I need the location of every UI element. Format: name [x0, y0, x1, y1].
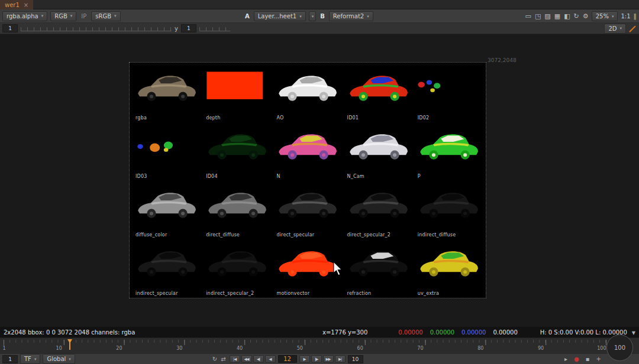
timeline-ruler	[4, 340, 635, 345]
timeline-tick-label: 50	[297, 346, 303, 351]
playback-viewer-icon[interactable]: ▸	[563, 356, 569, 362]
viewer-tab-bar: wer1 ×	[0, 0, 639, 9]
next-keyframe-button[interactable]: |▶	[311, 355, 322, 363]
checkerboard-icon[interactable]: ▦	[554, 13, 560, 20]
zoom-select[interactable]: 25%	[592, 11, 618, 21]
wipe-icon[interactable]: ◧	[564, 13, 570, 20]
timeline-tick-label: 80	[477, 346, 483, 351]
view-mode-select[interactable]: 2D	[604, 24, 626, 34]
speed-indicator: 100	[606, 334, 633, 361]
clip-warning-icon[interactable]: ▨	[544, 13, 550, 20]
aov-label: direct_diffuse	[206, 232, 240, 238]
aov-thumb-N: N	[272, 122, 343, 181]
red-value: 0.00000	[398, 329, 422, 336]
cursor-position: x=1776 y=300	[322, 329, 367, 336]
viewer-toolbar-right: ▭◳▨▦◧↻⚙ 25% 1:1 ‖	[525, 11, 637, 21]
goto-end-button[interactable]: ▶|	[335, 355, 346, 363]
roi-icon[interactable]: ▭	[525, 13, 531, 20]
viewer-canvas[interactable]: 3072,2048 rgbadepthAOID01ID02ID03ID04NN_…	[0, 34, 639, 327]
bounce-mode-icon[interactable]: ⇄	[220, 356, 227, 362]
aov-thumb-N_Cam: N_Cam	[343, 122, 414, 181]
handles-icon[interactable]	[629, 25, 637, 32]
aov-label: ID01	[347, 115, 359, 121]
tf-select[interactable]: TF	[20, 354, 40, 364]
status-bar: 2x2048 bbox: 0 0 3072 2048 channels: rgb…	[0, 327, 639, 337]
play-forward-button[interactable]: ▶	[299, 355, 310, 363]
timeline[interactable]: 1102030405060708090100	[0, 337, 639, 353]
aov-label: indirect_specular_2	[206, 291, 254, 296]
loop-mode-icon[interactable]: ↻	[211, 356, 218, 362]
aov-thumb-rgba: rgba	[131, 64, 202, 122]
aov-image	[345, 66, 412, 109]
hsvl-readout: H: 0 S:0.00 V:0.00 L: 0.00000	[540, 329, 627, 336]
aov-image	[345, 183, 412, 226]
goto-start-button[interactable]: |◀	[230, 355, 240, 363]
transport-right-icons: ▸●▪+	[563, 356, 602, 362]
transport-utility-icons: ↻⇄	[211, 356, 227, 362]
transport-back-buttons: |◀◀◀◀|◀	[230, 355, 276, 363]
timeline-tick-label: 20	[116, 346, 122, 351]
aov-image	[204, 241, 270, 285]
input-process-toggle[interactable]: IP	[79, 13, 88, 20]
aov-label: diffuse_color	[135, 232, 167, 238]
viewer-tab[interactable]: wer1 ×	[0, 0, 33, 9]
play-backward-button[interactable]: ◀	[265, 355, 276, 363]
status-expand-icon[interactable]	[632, 329, 635, 336]
frame-increment-field[interactable]: 1	[2, 355, 18, 363]
input-a-label: A	[244, 13, 251, 20]
x-value-field[interactable]: 1	[2, 24, 18, 32]
ab-blend-select[interactable]	[309, 11, 317, 21]
input-b-value: Reformat2	[333, 13, 364, 20]
proxy-icon[interactable]: ◳	[535, 13, 541, 20]
playback-increment-field[interactable]: 10	[348, 355, 363, 363]
aov-image	[345, 124, 412, 168]
blue-value: 0.00000	[462, 329, 486, 336]
input-a-select[interactable]: Layer...heet1	[254, 11, 306, 21]
channel-select[interactable]: RGB	[50, 11, 76, 21]
layer-select[interactable]: rgba.alpha	[2, 11, 47, 21]
prev-keyframe-button[interactable]: ◀|	[253, 355, 264, 363]
zoom-value: 25%	[596, 13, 609, 20]
playhead-marker[interactable]	[67, 339, 73, 351]
tab-close-icon[interactable]: ×	[24, 2, 28, 8]
aov-image	[345, 241, 412, 285]
record-icon[interactable]: ●	[573, 356, 580, 362]
timeline-tick-label: 1	[2, 346, 5, 351]
aov-label: direct_specular	[276, 232, 314, 238]
aov-label: rgba	[135, 115, 147, 121]
timeline-tick-label: 40	[237, 346, 243, 351]
input-b-label: B	[319, 13, 326, 20]
settings-icon[interactable]: ⚙	[583, 13, 589, 20]
pause-icon[interactable]: ‖	[634, 13, 637, 20]
aov-image	[415, 124, 482, 168]
aov-image	[133, 124, 200, 168]
colorspace-value: sRGB	[95, 13, 111, 20]
input-a-value: Layer...heet1	[258, 13, 296, 20]
refresh-icon[interactable]: ↻	[574, 13, 579, 20]
current-frame-field[interactable]: 12	[278, 355, 297, 363]
alpha-value: 0.00000	[493, 329, 517, 336]
tf-value: TF	[24, 356, 31, 362]
aov-thumb-refraction: refraction	[343, 239, 414, 298]
aov-label: ID03	[135, 174, 147, 179]
timeline-tick-label: 30	[176, 346, 182, 351]
channel-select-value: RGB	[54, 13, 67, 20]
prev-increment-button[interactable]: ◀◀	[241, 355, 252, 363]
aov-label: uv_extra	[418, 291, 439, 296]
nuke-viewer-window: wer1 × rgba.alpha RGB IP sRGB A Layer...…	[0, 0, 639, 364]
view-mode-value: 2D	[608, 25, 617, 32]
resolution-readout: 3072,2048	[488, 57, 517, 63]
mouse-cursor	[333, 261, 343, 278]
lock-range-icon[interactable]: ▪	[585, 356, 591, 362]
frame-range-select[interactable]: Global	[43, 354, 75, 364]
input-b-select[interactable]: Reformat2	[329, 11, 373, 21]
aov-thumb-indirect_diffuse: indirect_diffuse	[414, 181, 484, 239]
expand-icon[interactable]: +	[595, 356, 602, 362]
transport-bar: 1 TF Global ↻⇄ |◀◀◀◀|◀ 12 ▶|▶▶▶▶| 10 ▸●▪…	[0, 353, 639, 364]
aov-label: ID04	[206, 174, 218, 179]
viewer-toolbar: rgba.alpha RGB IP sRGB A Layer...heet1 B…	[0, 9, 639, 23]
aov-image	[415, 66, 482, 109]
colorspace-select[interactable]: sRGB	[91, 11, 120, 21]
next-increment-button[interactable]: ▶▶	[323, 355, 334, 363]
y-value-field[interactable]: 1	[181, 24, 196, 32]
